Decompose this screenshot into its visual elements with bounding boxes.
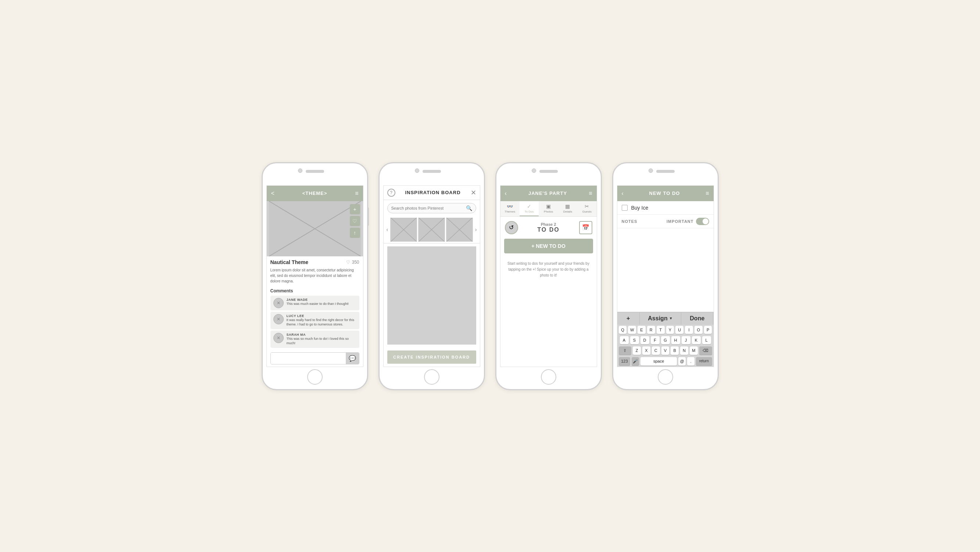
- phone-3: ‹ JANE'S PARTY ≡ 👓 Themes ✓ To Dos ▣ Pho…: [495, 162, 602, 390]
- comment-1: ✕ JANE WADE This was much easier to do t…: [270, 296, 360, 310]
- toolbar-assign-button[interactable]: Assign ▼: [640, 312, 681, 325]
- phone-3-camera: [532, 168, 536, 173]
- backspace-key[interactable]: ⌫: [699, 346, 712, 355]
- question-button[interactable]: ?: [387, 189, 395, 197]
- new-todo-button[interactable]: + NEW TO DO: [504, 239, 593, 254]
- new-todo-menu-button[interactable]: ≡: [705, 190, 709, 197]
- keyboard-row-2: A S D F G H J K L: [617, 335, 714, 345]
- phone-1: < <THEME> ≡ + ♡ ↑: [262, 162, 368, 390]
- selected-image-area: [387, 246, 476, 345]
- tab-photos[interactable]: ▣ Photos: [539, 201, 558, 216]
- heart-icon: ♡: [346, 260, 350, 265]
- key-w[interactable]: W: [628, 326, 636, 334]
- numbers-key[interactable]: 123: [619, 357, 630, 365]
- key-z[interactable]: Z: [633, 346, 641, 355]
- carousel-images: [390, 218, 473, 242]
- carousel-img-1[interactable]: [390, 218, 417, 242]
- important-row: IMPORTANT: [667, 218, 709, 225]
- key-s[interactable]: S: [630, 336, 639, 344]
- key-p[interactable]: P: [704, 326, 712, 334]
- phone-3-home[interactable]: [541, 369, 556, 384]
- key-q[interactable]: Q: [619, 326, 627, 334]
- calendar-button[interactable]: 📅: [579, 221, 592, 234]
- keyboard: Q W E R T Y U I O P A S D F G H: [617, 325, 714, 367]
- key-k[interactable]: K: [692, 336, 701, 344]
- toolbar-done-button[interactable]: Done: [681, 312, 713, 325]
- party-menu-button[interactable]: ≡: [589, 190, 592, 197]
- important-toggle[interactable]: [696, 218, 709, 225]
- key-y[interactable]: Y: [666, 326, 674, 334]
- search-input[interactable]: [391, 206, 466, 211]
- new-todo-back-button[interactable]: ‹: [622, 190, 624, 197]
- theme-menu-button[interactable]: ≡: [355, 190, 358, 197]
- carousel-img-2[interactable]: [418, 218, 445, 242]
- phone-1-home[interactable]: [307, 369, 323, 384]
- tab-themes[interactable]: 👓 Themes: [501, 201, 520, 216]
- key-a[interactable]: A: [620, 336, 629, 344]
- dot-key[interactable]: .: [687, 357, 695, 365]
- comment-input[interactable]: [271, 353, 346, 364]
- close-button[interactable]: ✕: [471, 189, 476, 197]
- key-i[interactable]: I: [685, 326, 693, 334]
- key-d[interactable]: D: [641, 336, 649, 344]
- comment-2-content: LUCY LEE It was really hard to find the …: [286, 314, 356, 327]
- phase-icon: ↺: [509, 224, 514, 231]
- key-m[interactable]: M: [690, 346, 698, 355]
- phase-todo-label: TO DO: [522, 227, 576, 233]
- carousel-right-arrow[interactable]: ›: [474, 227, 479, 233]
- comment-send-button[interactable]: 💬: [346, 353, 359, 364]
- comment-1-avatar: ✕: [274, 298, 284, 308]
- return-key[interactable]: return: [696, 357, 712, 365]
- photos-tab-label: Photos: [544, 210, 553, 213]
- space-key[interactable]: space: [641, 357, 677, 365]
- tab-details[interactable]: ▦ Details: [558, 201, 577, 216]
- theme-heart-button[interactable]: ♡: [350, 216, 360, 226]
- tab-guests[interactable]: ✂ Guests: [577, 201, 597, 216]
- carousel-img-3[interactable]: [446, 218, 473, 242]
- phase-circle: ↺: [505, 221, 518, 234]
- todo-checkbox[interactable]: [622, 205, 628, 211]
- toolbar-plus-button[interactable]: +: [617, 312, 640, 325]
- comment-3-content: SARAH MA This was so much fun to do! I l…: [286, 333, 356, 346]
- key-f[interactable]: F: [651, 336, 660, 344]
- key-x[interactable]: X: [642, 346, 651, 355]
- phone-2-home[interactable]: [424, 369, 439, 384]
- key-g[interactable]: G: [661, 336, 670, 344]
- key-r[interactable]: R: [647, 326, 655, 334]
- key-n[interactable]: N: [680, 346, 688, 355]
- key-j[interactable]: J: [682, 336, 690, 344]
- todo-item-row: Buy Ice: [617, 201, 714, 215]
- todos-tab-icon: ✓: [527, 203, 531, 209]
- at-key[interactable]: @: [678, 357, 686, 365]
- search-bar[interactable]: 🔍: [387, 203, 476, 213]
- theme-back-button[interactable]: <: [271, 190, 275, 197]
- key-b[interactable]: B: [671, 346, 679, 355]
- carousel-left-arrow[interactable]: ‹: [385, 227, 390, 233]
- key-e[interactable]: E: [638, 326, 646, 334]
- comment-3-text: This was so much fun to do! I loved this…: [286, 337, 356, 346]
- comment-1-content: JANE WADE This was much easier to do tha…: [286, 298, 349, 308]
- key-t[interactable]: T: [657, 326, 665, 334]
- send-icon: 💬: [349, 355, 356, 362]
- key-u[interactable]: U: [675, 326, 684, 334]
- shift-key[interactable]: ⇧: [619, 346, 632, 355]
- create-inspiration-board-button[interactable]: CREATE INSPIRATION BOARD: [387, 351, 476, 364]
- key-c[interactable]: C: [652, 346, 660, 355]
- new-todo-header: ‹ NEW TO DO ≡: [617, 186, 714, 201]
- key-l[interactable]: L: [702, 336, 711, 344]
- tab-todos[interactable]: ✓ To Dos: [520, 201, 539, 216]
- key-o[interactable]: O: [695, 326, 703, 334]
- key-v[interactable]: V: [662, 346, 670, 355]
- theme-info: Nautical Theme ♡ 350 Lorem ipsum dolor s…: [267, 256, 363, 288]
- theme-add-button[interactable]: +: [350, 204, 360, 214]
- mic-key[interactable]: 🎤: [632, 357, 639, 365]
- likes-count: 350: [352, 260, 359, 265]
- theme-share-button[interactable]: ↑: [350, 228, 360, 238]
- phone-4-home[interactable]: [658, 369, 673, 384]
- comment-3: ✕ SARAH MA This was so much fun to do! I…: [270, 330, 360, 348]
- party-back-button[interactable]: ‹: [505, 190, 507, 197]
- comments-section: Comments ✕ JANE WADE This was much easie…: [267, 288, 363, 349]
- notes-area[interactable]: [617, 228, 714, 312]
- key-h[interactable]: H: [671, 336, 680, 344]
- party-tabs: 👓 Themes ✓ To Dos ▣ Photos ▦ Details ✂: [501, 201, 597, 217]
